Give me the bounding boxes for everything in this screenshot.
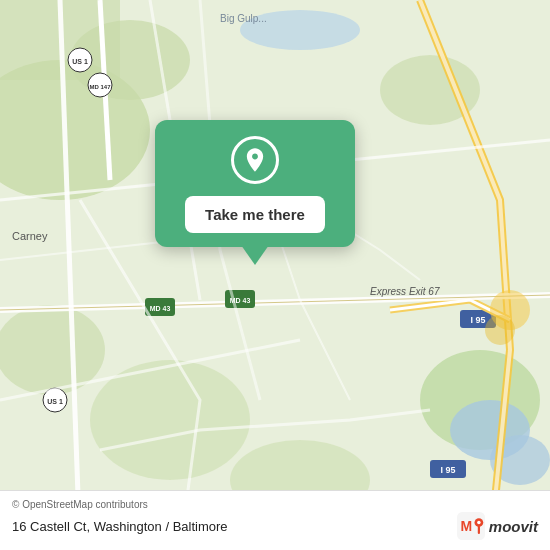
map-attribution: © OpenStreetMap contributors bbox=[12, 499, 538, 510]
location-popup: Take me there bbox=[155, 120, 355, 247]
take-me-there-button[interactable]: Take me there bbox=[185, 196, 325, 233]
svg-point-37 bbox=[477, 521, 481, 525]
svg-text:US 1: US 1 bbox=[72, 58, 88, 65]
moovit-label: moovit bbox=[489, 518, 538, 535]
moovit-logo: M moovit bbox=[457, 512, 538, 540]
svg-text:M: M bbox=[460, 518, 472, 534]
bottom-bar: © OpenStreetMap contributors 16 Castell … bbox=[0, 490, 550, 550]
moovit-brand-icon: M bbox=[457, 512, 485, 540]
map-container: I 95 I 95 MD 43 MD 43 US 1 US 1 MD 147 bbox=[0, 0, 550, 550]
map-svg: I 95 I 95 MD 43 MD 43 US 1 US 1 MD 147 bbox=[0, 0, 550, 550]
svg-text:MD 147: MD 147 bbox=[89, 84, 111, 90]
location-pin-icon bbox=[231, 136, 279, 184]
svg-text:Express Exit 67: Express Exit 67 bbox=[370, 286, 440, 297]
svg-text:MD 43: MD 43 bbox=[150, 305, 171, 312]
svg-text:I 95: I 95 bbox=[470, 315, 485, 325]
svg-text:Big Gulp...: Big Gulp... bbox=[220, 13, 267, 24]
svg-text:US 1: US 1 bbox=[47, 398, 63, 405]
address-text: 16 Castell Ct, Washington / Baltimore bbox=[12, 519, 228, 534]
svg-text:Carney: Carney bbox=[12, 230, 48, 242]
svg-text:I 95: I 95 bbox=[440, 465, 455, 475]
svg-point-33 bbox=[485, 315, 515, 345]
